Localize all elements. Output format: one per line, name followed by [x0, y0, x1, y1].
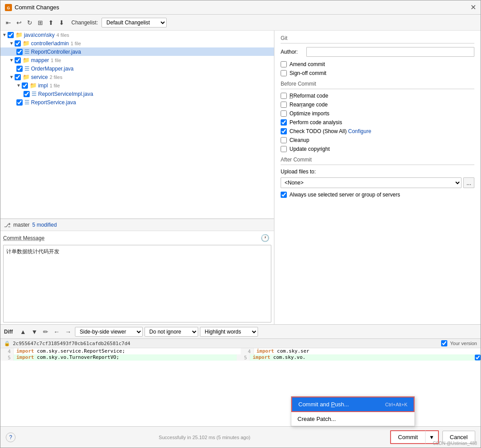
tree-checkbox[interactable]	[15, 74, 21, 80]
configure-link[interactable]: Configure	[348, 128, 371, 134]
tree-item-report-service[interactable]: ☰ ReportService.java	[0, 98, 274, 106]
popup-item-commit-and-push[interactable]: Commit and Push... Ctrl+Alt+K	[291, 397, 415, 412]
amend-commit-checkbox[interactable]	[281, 61, 287, 67]
diff-down-button[interactable]: ▼	[30, 327, 39, 336]
diff-line: 4 import com.sky.service.ReportService; …	[0, 348, 481, 354]
reformat-code-checkbox[interactable]	[281, 93, 287, 99]
changelist-select[interactable]: Default Changelist	[102, 18, 167, 28]
commit-message-input[interactable]: 计单数据统计代码开发	[3, 245, 271, 322]
diff-forward-button[interactable]: →	[63, 327, 73, 336]
tree-item-label: ReportService.java	[31, 99, 76, 106]
rearrange-code-checkbox[interactable]	[281, 102, 287, 108]
optimize-imports-checkbox[interactable]	[281, 110, 287, 117]
check-todo-checkbox[interactable]	[281, 128, 287, 134]
java-file-icon: ☰	[24, 48, 30, 55]
cleanup-checkbox[interactable]	[281, 137, 287, 143]
check-todo-label: Check TODO (Show All) Configure	[289, 128, 371, 134]
git-section-title: Git	[281, 35, 474, 43]
tree-item-root[interactable]: ▼ 📁 java\com\sky 4 files	[0, 31, 274, 39]
diff-back-button[interactable]: ←	[52, 327, 62, 336]
tree-checkbox[interactable]	[22, 83, 28, 89]
tree-checkbox[interactable]	[16, 66, 23, 72]
folder-icon: 📁	[23, 74, 30, 80]
tree-item-report-controller[interactable]: ☰ ReportController.java	[0, 47, 274, 56]
tree-item-label: ReportController.java	[31, 49, 81, 55]
popup-item-create-patch[interactable]: Create Patch...	[291, 412, 415, 426]
tree-item-count: 1 file	[70, 41, 81, 46]
diff-file-row: 🔒 2c955647c7cf3185493f70cb61cafdb26581c7…	[0, 339, 481, 348]
folder-icon: 📁	[23, 57, 30, 63]
cleanup-label: Cleanup	[289, 137, 309, 143]
perform-analysis-checkbox[interactable]	[281, 119, 287, 126]
folder-icon: 📁	[30, 82, 37, 89]
diff-line: 5 import com.sky.vo.TurnoverReportVO; 5 …	[0, 354, 481, 361]
ignore-select[interactable]: Do not ignore	[145, 327, 198, 337]
svg-text:G: G	[7, 6, 10, 10]
always-use-checkbox[interactable]	[281, 192, 287, 198]
commit-button[interactable]: Commit	[390, 430, 425, 444]
upload-select[interactable]: <None>	[281, 177, 461, 188]
tree-item-service[interactable]: ▼ 📁 service 2 files	[0, 73, 274, 81]
java-file-icon: ☰	[24, 65, 30, 72]
rearrange-code-row: Rearrange code	[281, 102, 474, 108]
tree-item-mapper[interactable]: ▼ 📁 mapper 1 file	[0, 56, 274, 64]
your-version-checkbox[interactable]	[441, 340, 447, 346]
tree-checkbox[interactable]	[15, 57, 21, 63]
tree-checkbox[interactable]	[16, 99, 23, 106]
bottom-bar: ? Successfully in 25.102 ms (5 minutes a…	[0, 426, 481, 448]
title-bar-left: G Commit Changes	[5, 4, 59, 11]
tree-item-count: 1 file	[50, 83, 60, 88]
move-down-button[interactable]: ⬇	[57, 18, 66, 27]
tree-item-order-mapper[interactable]: ☰ OrderMapper.java	[0, 64, 274, 73]
group-button[interactable]: ⊞	[36, 18, 45, 27]
status-bar: ⎇ master 5 modified	[0, 219, 274, 231]
tree-checkbox[interactable]	[8, 32, 14, 38]
tree-checkbox[interactable]	[15, 40, 21, 47]
branch-name: master	[13, 222, 30, 228]
title-bar: G Commit Changes ✕	[0, 0, 481, 15]
always-use-row: Always use selected server or group of s…	[281, 192, 474, 198]
reformat-code-label: RReformat code	[289, 93, 328, 99]
sign-off-checkbox[interactable]	[281, 70, 287, 76]
update-copyright-checkbox[interactable]	[281, 146, 287, 152]
refresh-button[interactable]: ↻	[25, 18, 34, 27]
diff-edit-button[interactable]: ✏	[41, 327, 50, 336]
cleanup-row: Cleanup	[281, 137, 474, 143]
diff-up-button[interactable]: ▲	[18, 327, 28, 336]
tree-checkbox[interactable]	[23, 91, 30, 97]
close-button[interactable]: ✕	[470, 3, 476, 12]
expand-arrow: ▼	[9, 58, 14, 63]
tree-item-report-service-impl[interactable]: ☰ ReportServiceImpl.java	[0, 90, 274, 98]
commit-message-history-button[interactable]: 🕐	[259, 233, 271, 243]
viewer-select[interactable]: Side-by-side viewer	[75, 327, 143, 337]
after-commit-section: After Commit Upload files to: <None> ...…	[281, 157, 474, 198]
expand-arrow: ▼	[9, 75, 14, 79]
tree-item-label: controller\admin	[31, 40, 69, 47]
expand-all-button[interactable]: ⇤	[4, 18, 13, 27]
lock-icon: 🔒	[4, 341, 10, 346]
upload-label: Upload files to:	[281, 169, 474, 175]
diff-line-content-right: import com.sky.ser	[254, 348, 481, 354]
tree-checkbox[interactable]	[16, 49, 23, 55]
changelist-label: Changelist:	[71, 20, 98, 26]
tree-item-label: OrderMapper.java	[31, 66, 74, 72]
author-input[interactable]	[306, 47, 474, 57]
tree-item-controller-admin[interactable]: ▼ 📁 controller\admin 1 file	[0, 39, 274, 47]
popup-item-label: Create Patch...	[297, 416, 336, 422]
upload-more-button[interactable]: ...	[463, 177, 474, 188]
move-up-button[interactable]: ⬆	[47, 18, 55, 27]
undo-button[interactable]: ↩	[15, 18, 23, 27]
tree-item-label: mapper	[31, 57, 49, 63]
diff-line-checkbox[interactable]	[475, 354, 481, 361]
tree-item-count: 4 files	[56, 32, 69, 38]
tree-item-impl[interactable]: ▼ 📁 impl 1 file	[0, 81, 274, 90]
upload-row: <None> ...	[281, 177, 474, 188]
help-button[interactable]: ?	[6, 432, 16, 442]
diff-line-num-left: 5	[0, 354, 14, 361]
commit-button-group: Commit ▼	[390, 430, 439, 444]
diff-line-content-right: import com.sky.vo.	[250, 354, 473, 361]
optimize-imports-label: Optimize imports	[289, 110, 329, 117]
toolbar: ⇤ ↩ ↻ ⊞ ⬆ ⬇ Changelist: Default Changeli…	[0, 15, 481, 31]
amend-commit-row: Amend commit	[281, 61, 474, 67]
highlight-select[interactable]: Highlight words	[200, 327, 258, 337]
